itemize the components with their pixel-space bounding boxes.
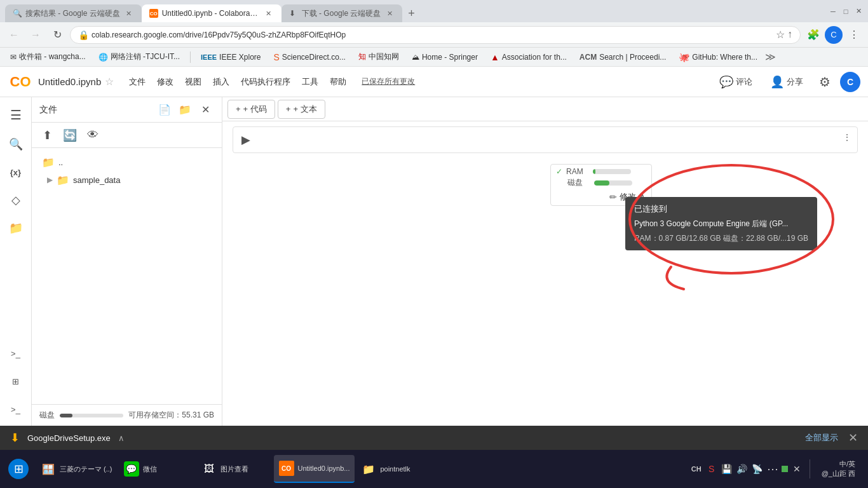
extensions-icon[interactable]: 🧩 <box>804 26 822 44</box>
profile-icon[interactable]: C <box>825 26 843 44</box>
systray-icons-more[interactable]: ⋯ <box>766 463 779 475</box>
tab1-close[interactable]: ✕ <box>124 8 134 18</box>
cell-toolbar: ⋮ <box>837 127 857 147</box>
taskbar-item-label-1: 三菱のテーマ (..) <box>60 464 112 474</box>
tab3-favicon: ⬇ <box>289 9 298 18</box>
window-controls: ─ □ ✕ <box>829 7 863 16</box>
close-panel-button[interactable]: ✕ <box>196 101 214 119</box>
tab-search[interactable]: 🔍 搜索结果 - Google 云端硬盘 ✕ <box>5 4 142 22</box>
settings-icon[interactable]: ⋮ <box>845 26 863 44</box>
systray-s[interactable]: S <box>705 463 718 475</box>
minimize-button[interactable]: ─ <box>829 7 837 16</box>
bookmark-scidir[interactable]: S ScienceDirect.co... <box>268 50 350 64</box>
tooltip-stats: RAM：0.87 GB/12.68 GB 磁盘：22.88 GB/...19 G… <box>634 233 808 244</box>
star-icon[interactable]: ☆ <box>105 76 114 88</box>
systray-sound[interactable]: 🔊 <box>736 463 749 475</box>
menu-file[interactable]: 文件 <box>124 74 151 90</box>
comment-button[interactable]: 💬 评论 <box>713 71 759 93</box>
tab-colab[interactable]: CO Untitled0.ipynb - Colaboratory ✕ <box>142 4 281 22</box>
bookmark-bar: ✉ 收件箱 - wangcha... 🌐 网络注销 -TJCU-IT... IE… <box>0 48 868 67</box>
refresh-files-icon[interactable]: 🔄 <box>60 125 80 146</box>
bookmark-icon[interactable]: ☆ <box>776 29 785 41</box>
taskbar-item[interactable]: CO Untitled0.ipynb... <box>274 455 355 483</box>
close-button[interactable]: ✕ <box>854 7 863 16</box>
colab-body: ☰ 🔍 {x} ◇ 📁 >_ ⊞ >_ 文件 📄 📁 ✕ ⬆ <box>0 97 868 426</box>
sidebar-variables-icon[interactable]: {x} <box>4 161 27 184</box>
toggle-hidden-icon[interactable]: 👁 <box>83 125 103 146</box>
systray-green-dot <box>782 466 788 472</box>
bookmark-acm-icon: ▲ <box>491 52 499 62</box>
tab2-close[interactable]: ✕ <box>264 8 274 18</box>
share-button[interactable]: 👤 分享 <box>764 71 810 93</box>
cell-run-button[interactable]: ▶ <box>233 127 259 152</box>
menu-view[interactable]: 视图 <box>180 74 207 90</box>
bookmark-mail[interactable]: ✉ 收件箱 - wangcha... <box>5 50 91 64</box>
download-chevron[interactable]: ∧ <box>118 433 125 443</box>
bookmark-proc[interactable]: ACM Search | Proceedi... <box>574 51 672 64</box>
bookmark-github[interactable]: 🐙 GitHub: Where th... <box>674 50 763 64</box>
bookmark-ieee[interactable]: IEEE IEEE Xplore <box>196 51 266 64</box>
taskbar-item[interactable]: 💬 微信 <box>119 455 195 483</box>
menu-help[interactable]: 帮助 <box>325 74 351 90</box>
tab-download[interactable]: ⬇ 下载 - Google 云端硬盘 ✕ <box>281 4 403 22</box>
taskbar-item-icon-5: 📁 <box>361 461 376 477</box>
back-button[interactable]: ← <box>5 26 23 44</box>
sidebar-snippets-icon[interactable]: ◇ <box>4 189 27 212</box>
share-addr-icon[interactable]: ↑ <box>787 29 792 41</box>
new-tab-button[interactable]: + <box>402 4 420 22</box>
menu-tools[interactable]: 工具 <box>297 74 323 90</box>
colab-logo-text: CO <box>10 74 31 90</box>
bookmark-springer[interactable]: ⛰ Home - Springer <box>407 51 483 64</box>
bookmark-mail-icon: ✉ <box>10 53 17 62</box>
bookmark-network-icon: 🌐 <box>98 53 108 62</box>
sidebar-search-icon[interactable]: 🔍 <box>4 133 27 156</box>
download-file-icon: ⬇ <box>10 431 20 445</box>
taskbar-item-label-4: Untitled0.ipynb... <box>298 464 350 472</box>
systray-ch[interactable]: CH <box>690 463 703 475</box>
forward-button[interactable]: → <box>27 26 44 44</box>
list-item[interactable]: ▶ 📁 sample_data <box>44 171 214 189</box>
list-item[interactable]: 📁 .. <box>39 153 214 171</box>
sidebar-table-icon[interactable]: ⊞ <box>4 370 27 393</box>
tab3-close[interactable]: ✕ <box>384 8 395 18</box>
menu-edit[interactable]: 修改 <box>152 74 179 90</box>
folder-expand-icon: ▶ <box>47 175 53 184</box>
sidebar-console-icon[interactable]: >_ <box>4 398 27 421</box>
taskbar-item[interactable]: 🪟 三菱のテーマ (..) <box>36 455 118 483</box>
new-folder-button[interactable]: 📁 <box>176 101 194 119</box>
menu-runtime[interactable]: 代码执行程序 <box>236 74 295 90</box>
menu-insert[interactable]: 插入 <box>208 74 234 90</box>
taskbar-clock[interactable]: 中/英 @_山距 西 <box>817 457 860 481</box>
sidebar-menu-toggle[interactable]: ☰ <box>3 102 29 128</box>
download-close-button[interactable]: ✕ <box>848 431 858 445</box>
add-text-button[interactable]: + + 文本 <box>278 100 325 119</box>
saved-status[interactable]: 已保存所有更改 <box>362 76 415 87</box>
sidebar-terminal-icon[interactable]: >_ <box>4 342 27 365</box>
upload-file-icon[interactable]: ⬆ <box>37 125 57 146</box>
cell-menu-icon[interactable]: ⋮ <box>839 130 855 145</box>
address-bar[interactable]: 🔒 colab.research.google.com/drive/16Ppdv… <box>70 26 801 44</box>
bookmark-more-icon[interactable]: ≫ <box>765 51 776 63</box>
bookmark-mail-label: 收件箱 - wangcha... <box>19 51 86 62</box>
tab1-favicon: 🔍 <box>13 9 22 18</box>
add-code-button[interactable]: + + 代码 <box>227 100 275 119</box>
maximize-button[interactable]: □ <box>841 7 850 16</box>
start-button[interactable]: ⊞ <box>3 453 34 485</box>
taskbar-item[interactable]: 📁 pointnetlk <box>356 455 432 483</box>
bookmark-cnki[interactable]: 知 中国知网 <box>353 50 404 64</box>
cell-content[interactable] <box>259 127 837 152</box>
settings-gear-button[interactable]: ⚙ <box>815 72 835 92</box>
taskbar-item[interactable]: 🖼 图片查看 <box>196 455 273 483</box>
refresh-button[interactable]: ↻ <box>48 26 66 44</box>
show-all-button[interactable]: 全部显示 <box>805 432 838 444</box>
new-file-button[interactable]: 📄 <box>156 101 173 119</box>
systray-disk[interactable]: 💾 <box>721 463 733 475</box>
tab2-favicon: CO <box>149 9 158 18</box>
systray-network[interactable]: 📡 <box>751 463 764 475</box>
user-avatar[interactable]: C <box>840 72 860 92</box>
systray-close-x[interactable]: ✕ <box>790 463 803 475</box>
sidebar-files-icon[interactable]: 📁 <box>4 217 27 240</box>
bookmark-network[interactable]: 🌐 网络注销 -TJCU-IT... <box>93 50 185 64</box>
bookmark-acm[interactable]: ▲ Association for th... <box>485 50 572 64</box>
colab-menu: 文件 修改 视图 插入 代码执行程序 工具 帮助 <box>124 74 351 90</box>
